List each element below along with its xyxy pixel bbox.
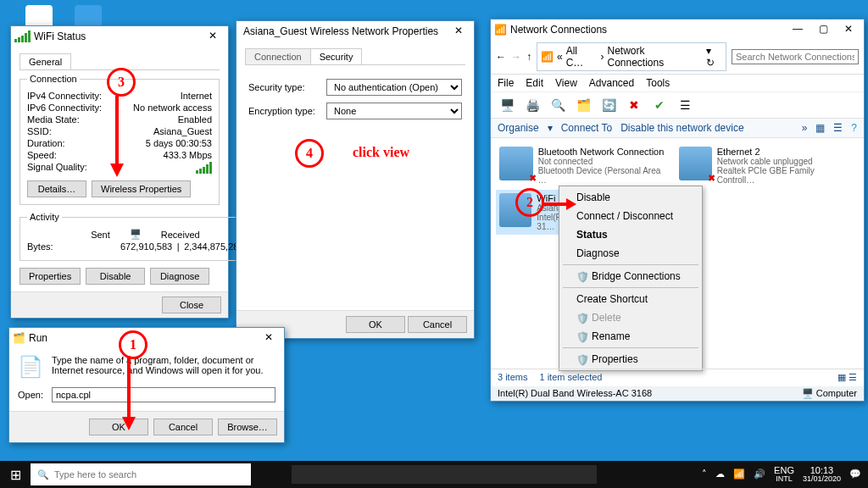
ipv6-label: IPv6 Connectivity: bbox=[27, 103, 120, 113]
media-value: Enabled bbox=[120, 114, 212, 125]
run-icon: 🗂️ bbox=[13, 332, 25, 344]
maximize-icon[interactable]: ▢ bbox=[811, 22, 835, 37]
cmd-connect[interactable]: Connect To bbox=[561, 122, 613, 134]
disable-button[interactable]: Disable bbox=[86, 268, 145, 285]
bluetooth-icon: ✖ bbox=[499, 147, 533, 180]
minimize-icon[interactable]: — bbox=[786, 22, 810, 37]
menu-tools[interactable]: Tools bbox=[646, 77, 670, 89]
speed-value: 433.3 Mbps bbox=[120, 150, 212, 160]
encryption-type-label: Encryption type: bbox=[248, 106, 326, 116]
browse-button[interactable]: Browse… bbox=[218, 419, 277, 435]
ribbon-folders-icon[interactable]: 🗂️ bbox=[574, 96, 593, 114]
explorer-title: Network Connections bbox=[507, 24, 786, 36]
detail-text: Intel(R) Dual Band Wireless-AC 3168 bbox=[498, 388, 652, 399]
wifi-status-titlebar[interactable]: WiFi Status ✕ bbox=[11, 26, 228, 47]
tab-security[interactable]: Security bbox=[310, 48, 363, 64]
net-item-sub1: Network cable unplugged bbox=[717, 157, 850, 166]
menu-view[interactable]: View bbox=[555, 77, 577, 89]
close-icon[interactable]: ✕ bbox=[201, 29, 225, 44]
properties-button[interactable]: Properties bbox=[19, 268, 81, 285]
ribbon-delete-icon[interactable]: ✖ bbox=[625, 96, 643, 114]
ssid-value: Asiana_Guest bbox=[120, 126, 212, 136]
nav-up-icon[interactable]: ↑ bbox=[526, 51, 531, 63]
nav-back-icon[interactable]: ← bbox=[496, 51, 506, 63]
search-input[interactable] bbox=[732, 49, 859, 64]
ctx-shortcut[interactable]: Create Shortcut bbox=[559, 290, 702, 308]
status-selected: 1 item selected bbox=[539, 372, 602, 383]
tab-connection[interactable]: Connection bbox=[245, 48, 311, 64]
context-menu: Disable Connect / Disconnect Status Diag… bbox=[559, 186, 703, 371]
netprops-title: Asiana_Guest Wireless Network Properties bbox=[240, 25, 447, 37]
breadcrumb-1[interactable]: All C… bbox=[566, 45, 598, 69]
taskbar: ⊞ 🔍 Type here to search ˄ ☁ 📶 🔊 ENG INTL… bbox=[0, 461, 868, 488]
security-type-select[interactable]: No authentication (Open) bbox=[326, 79, 462, 96]
menu-edit[interactable]: Edit bbox=[526, 77, 543, 89]
ctx-bridge[interactable]: 🛡️Bridge Connections bbox=[559, 267, 702, 286]
close-icon[interactable]: ✕ bbox=[447, 24, 470, 39]
net-item-ethernet[interactable]: ✖ Ethernet 2 Network cable unplugged Rea… bbox=[676, 143, 854, 188]
ribbon-sync-icon[interactable]: 🔄 bbox=[599, 96, 618, 114]
net-item-title: Ethernet 2 bbox=[717, 147, 850, 157]
ctx-status[interactable]: Status bbox=[559, 225, 702, 244]
tray-cloud-icon[interactable]: ☁ bbox=[715, 469, 725, 480]
breadcrumb[interactable]: 📶 « All C… › Network Connections ▾ ↻ bbox=[537, 42, 726, 71]
close-icon[interactable]: ✕ bbox=[257, 330, 281, 346]
ok-button[interactable]: OK bbox=[346, 316, 405, 333]
view-list-icon[interactable]: ☰ bbox=[833, 122, 843, 134]
annotation-3: 3 bbox=[107, 68, 136, 97]
taskbar-search[interactable]: 🔍 Type here to search bbox=[31, 463, 251, 485]
ctx-properties[interactable]: 🛡️Properties bbox=[559, 350, 702, 369]
ctx-diagnose[interactable]: Diagnose bbox=[559, 244, 702, 263]
tray-notifications-icon[interactable]: 💬 bbox=[849, 469, 861, 480]
annotation-2: 2 bbox=[515, 188, 544, 217]
net-item-bluetooth[interactable]: ✖ Bluetooth Network Connection Not conne… bbox=[496, 143, 674, 188]
ok-button[interactable]: OK bbox=[89, 419, 148, 435]
ssid-label: SSID: bbox=[27, 126, 120, 136]
menu-advanced[interactable]: Advanced bbox=[589, 77, 634, 89]
ribbon-check-icon[interactable]: ✔ bbox=[650, 96, 669, 114]
menu-file[interactable]: File bbox=[498, 77, 514, 89]
activity-group: Activity Sent 🖥️ Received Bytes: 672,910… bbox=[19, 212, 252, 261]
tray-date[interactable]: 31/01/2020 bbox=[803, 475, 841, 484]
received-label: Received bbox=[161, 230, 244, 240]
ctx-connect[interactable]: Connect / Disconnect bbox=[559, 207, 702, 225]
ipv6-value: No network access bbox=[120, 103, 212, 113]
tab-general[interactable]: General bbox=[19, 53, 71, 69]
tray-chevron-icon[interactable]: ˄ bbox=[702, 469, 707, 480]
start-button[interactable]: ⊞ bbox=[0, 461, 31, 488]
cancel-button[interactable]: Cancel bbox=[408, 316, 467, 333]
help-icon[interactable]: ? bbox=[851, 122, 857, 134]
close-icon[interactable]: ✕ bbox=[837, 22, 860, 37]
cancel-button[interactable]: Cancel bbox=[153, 419, 213, 435]
signal-label: Signal Quality: bbox=[27, 162, 120, 175]
ethernet-icon: ✖ bbox=[679, 147, 712, 180]
open-input[interactable] bbox=[52, 387, 275, 402]
taskbar-running[interactable] bbox=[292, 465, 597, 484]
cmd-disable[interactable]: Disable this network device bbox=[620, 122, 743, 134]
ctx-disable[interactable]: Disable bbox=[559, 188, 702, 207]
breadcrumb-2[interactable]: Network Connections bbox=[608, 45, 703, 69]
shield-icon: 🛡️ bbox=[576, 331, 587, 341]
tray-network-icon[interactable]: 📶 bbox=[733, 469, 745, 480]
ctx-rename[interactable]: 🛡️Rename bbox=[559, 327, 702, 346]
activity-legend: Activity bbox=[27, 212, 62, 222]
diagnose-button[interactable]: Diagnose bbox=[150, 268, 209, 285]
tray-volume-icon[interactable]: 🔊 bbox=[754, 469, 765, 480]
media-label: Media State: bbox=[27, 114, 120, 125]
ipv4-value: Internet bbox=[120, 91, 212, 101]
ribbon-search-icon[interactable]: 🔍 bbox=[548, 96, 567, 114]
annotation-1: 1 bbox=[119, 330, 147, 359]
ribbon-connect-icon[interactable]: 🖥️ bbox=[498, 96, 516, 114]
tray-kbd[interactable]: INTL bbox=[774, 475, 794, 484]
net-item-sub2: Bluetooth Device (Personal Area … bbox=[538, 166, 670, 185]
net-item-sub2: Realtek PCIe GBE Family Controll… bbox=[717, 166, 850, 185]
wireless-properties-button[interactable]: Wireless Properties bbox=[92, 180, 191, 197]
details-button[interactable]: Details… bbox=[27, 180, 86, 197]
close-button[interactable]: Close bbox=[162, 297, 221, 313]
ribbon-view-icon[interactable]: ☰ bbox=[676, 96, 694, 114]
cmd-organise[interactable]: Organise bbox=[498, 122, 539, 134]
encryption-type-select[interactable]: None bbox=[326, 103, 462, 119]
view-icons-icon[interactable]: ▦ bbox=[815, 122, 825, 134]
nav-fwd-icon[interactable]: → bbox=[511, 51, 521, 63]
ribbon-printer-icon[interactable]: 🖨️ bbox=[523, 96, 542, 114]
